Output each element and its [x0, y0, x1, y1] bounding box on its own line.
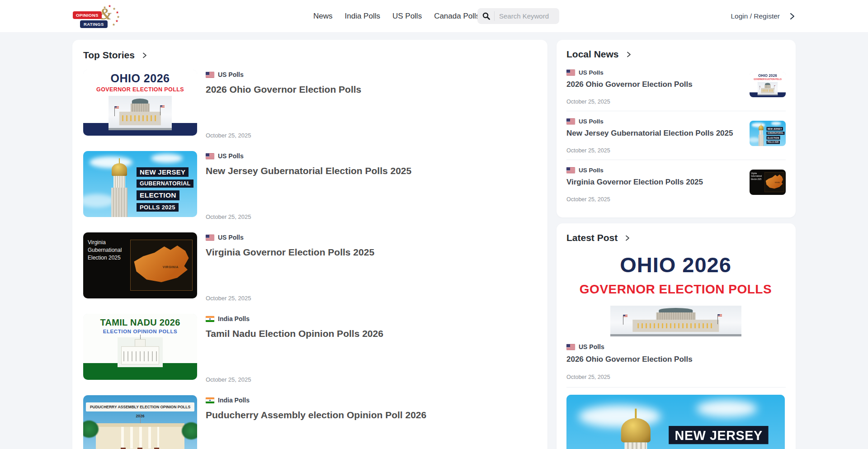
article-thumbnail[interactable]: NEW JERSEY GUBERNATORIAL ELECTION POLLS …: [83, 151, 197, 217]
category-badge[interactable]: US Polls: [206, 71, 537, 78]
local-news-body: US Polls 2026 Ohio Governor Election Pol…: [566, 69, 742, 105]
article-thumbnail[interactable]: OHIO 2026 GOVERNOR ELECTION POLLS: [83, 70, 197, 136]
map-label-text: VIRGINIA: [775, 182, 780, 184]
local-news-header[interactable]: Local News: [566, 49, 786, 60]
article-date: October 25, 2025: [206, 132, 251, 139]
thumb-title-text: OHIO 2026: [566, 252, 785, 277]
search-input[interactable]: [499, 12, 549, 20]
divider: [566, 387, 786, 388]
nav-link-india-polls[interactable]: India Polls: [345, 12, 380, 21]
tamil-nadu-thumbnail-art: TAMIL NADU 2026 ELECTION OPINION POLLS: [83, 314, 197, 380]
local-news-item[interactable]: US Polls Virginia Governor Election Poll…: [566, 160, 786, 208]
nav-link-canada-polls[interactable]: Canada Polls: [434, 12, 480, 21]
logo-star-icon: ★: [116, 11, 119, 14]
article-thumbnail[interactable]: PUDUCHERRY ASSEMBLY ELECTION OPINION POL…: [83, 395, 197, 449]
local-news-date: October 25, 2025: [566, 147, 742, 154]
article-row[interactable]: OHIO 2026 GOVERNOR ELECTION POLLS US Pol…: [83, 70, 537, 136]
login-register[interactable]: Login / Register: [731, 0, 796, 32]
statehouse-photo-graphic: [610, 306, 741, 336]
local-news-item[interactable]: US Polls New Jersey Gubernatorial Electi…: [566, 111, 786, 160]
thumb-title-text: TAMIL NADU 2026: [83, 317, 197, 328]
thumb-title-text: Virginia: [88, 239, 122, 246]
top-stories-list: OHIO 2026 GOVERNOR ELECTION POLLS US Pol…: [83, 70, 537, 449]
search-box: [477, 8, 559, 24]
top-stories-header[interactable]: Top Stories: [83, 50, 537, 61]
article-title[interactable]: Tamil Nadu Election Opinion Polls 2026: [206, 328, 537, 339]
article-row[interactable]: Virginia Gubernational Election 2025 VIR…: [83, 232, 537, 298]
ohio-large-art: OHIO 2026 GOVERNOR ELECTION POLLS: [566, 250, 785, 336]
local-news-title-text[interactable]: 2026 Ohio Governor Election Polls: [566, 80, 742, 89]
article-date: October 25, 2025: [206, 213, 251, 220]
category-badge[interactable]: US Polls: [206, 234, 537, 241]
article-body: US Polls New Jersey Gubernatorial Electi…: [206, 151, 537, 217]
india-flag-icon: [206, 397, 214, 403]
search-icon[interactable]: [482, 12, 490, 20]
search-divider: [494, 11, 495, 21]
site-logo[interactable]: OPINIONS & RATINGS ★ ★ ★ ★ ★ ★ ★: [73, 5, 123, 28]
nav-link-us-polls[interactable]: US Polls: [392, 12, 422, 21]
category-label: India Polls: [218, 315, 250, 322]
article-row[interactable]: PUDUCHERRY ASSEMBLY ELECTION OPINION POL…: [83, 395, 537, 449]
local-news-title-text[interactable]: Virginia Governor Election Polls 2025: [566, 178, 742, 187]
category-badge[interactable]: US Polls: [566, 69, 742, 76]
local-news-section: Local News US Polls 2026 Ohio Governor E…: [557, 40, 796, 217]
thumb-title-text: NEW JERSEY: [766, 127, 783, 131]
puducherry-thumbnail-art: PUDUCHERRY ASSEMBLY ELECTION OPINION POL…: [83, 395, 197, 449]
article-title[interactable]: New Jersey Gubernatorial Election Polls …: [206, 165, 537, 176]
latest-post-image[interactable]: OHIO 2026 GOVERNOR ELECTION POLLS: [566, 250, 785, 336]
category-badge[interactable]: US Polls: [566, 167, 742, 174]
local-news-thumbnail[interactable]: NEW JERSEY GUBERNATORIAL ELECTION POLLS …: [750, 121, 786, 146]
local-news-title-text[interactable]: New Jersey Gubernatorial Election Polls …: [566, 129, 742, 138]
category-badge[interactable]: India Polls: [206, 315, 537, 322]
us-flag-icon: [566, 167, 575, 173]
article-row[interactable]: TAMIL NADU 2026 ELECTION OPINION POLLS I…: [83, 314, 537, 380]
nav-link-news[interactable]: News: [313, 12, 333, 21]
us-flag-icon: [206, 235, 214, 241]
category-label: US Polls: [218, 234, 244, 241]
thumb-title-text: GUBERNATORIAL: [766, 132, 784, 135]
latest-post-image[interactable]: NEW JERSEY GUBERNATORIAL ELECTION POLLS …: [566, 395, 785, 449]
local-news-thumbnail[interactable]: Virginia Gubernational Election 2025 VIR…: [750, 170, 786, 195]
category-label: India Polls: [218, 397, 250, 404]
thumb-title-text: NEW JERSEY: [137, 167, 189, 177]
post-date: October 25, 2025: [566, 374, 786, 380]
us-flag-icon: [566, 344, 575, 350]
article-row[interactable]: NEW JERSEY GUBERNATORIAL ELECTION POLLS …: [83, 151, 537, 217]
thumb-title-text: OHIO 2026: [83, 72, 197, 85]
local-news-body: US Polls New Jersey Gubernatorial Electi…: [566, 118, 742, 154]
category-badge[interactable]: US Polls: [566, 118, 742, 125]
category-label: US Polls: [579, 167, 604, 174]
article-thumbnail[interactable]: Virginia Gubernational Election 2025 VIR…: [83, 232, 197, 298]
article-title[interactable]: Puducherry Assembly election Opinion Pol…: [206, 410, 537, 421]
thumb-title-text: Election 2025: [751, 178, 762, 181]
local-news-item[interactable]: US Polls 2026 Ohio Governor Election Pol…: [566, 62, 786, 111]
article-title[interactable]: Virginia Governor Election Polls 2025: [206, 247, 537, 258]
thumb-subtitle-text: GOVERNOR ELECTION POLLS: [566, 282, 785, 297]
gold-dome-graphic: [620, 409, 651, 449]
category-label: US Polls: [218, 71, 244, 78]
article-body: US Polls Virginia Governor Election Poll…: [206, 232, 537, 298]
thumb-title-text: ELECTION: [766, 136, 780, 139]
post-title[interactable]: 2026 Ohio Governor Election Polls: [566, 355, 786, 364]
logo-star-icon: ★: [117, 15, 120, 19]
article-thumbnail[interactable]: TAMIL NADU 2026 ELECTION OPINION POLLS: [83, 314, 197, 380]
thumb-banner-text: PUDUCHERRY ASSEMBLY ELECTION OPINION POL…: [86, 402, 194, 411]
category-badge[interactable]: India Polls: [206, 397, 537, 404]
thumb-subtitle-text: ELECTION OPINION POLLS: [83, 329, 197, 334]
local-news-thumbnail[interactable]: OHIO 2026 GOVERNOR ELECTION POLLS: [750, 72, 786, 97]
local-news-title: Local News: [566, 49, 619, 60]
category-badge[interactable]: US Polls: [206, 152, 537, 160]
category-badge[interactable]: US Polls: [566, 343, 786, 350]
new-jersey-thumbnail-art: NEW JERSEY GUBERNATORIAL ELECTION POLLS …: [750, 121, 786, 146]
article-title[interactable]: 2026 Ohio Governor Election Polls: [206, 84, 537, 95]
local-news-date: October 25, 2025: [566, 99, 742, 105]
logo-star-icon: ★: [112, 23, 115, 27]
logo-star-icon: ★: [115, 19, 118, 23]
latest-post-header[interactable]: Latest Post: [566, 232, 786, 243]
building-photo-graphic: [118, 337, 163, 367]
virginia-map-graphic: VIRGINIA: [764, 172, 784, 192]
thumb-title-text: ELECTION: [137, 190, 179, 200]
chevron-right-icon: [624, 235, 630, 241]
chevron-right-icon: [788, 13, 796, 20]
chevron-right-icon: [142, 52, 147, 58]
